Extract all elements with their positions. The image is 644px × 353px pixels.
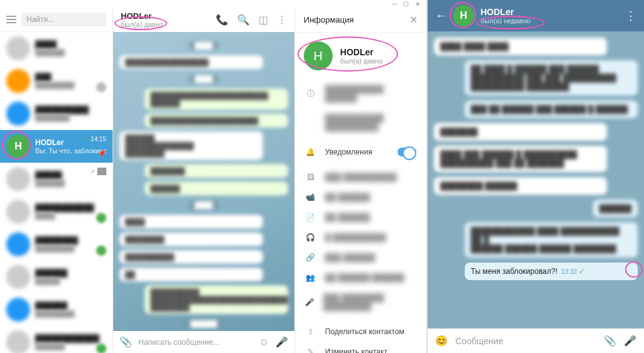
date-chip: ████ [189,200,219,210]
message-bubble-in: █████████████████ [119,55,263,69]
mobile-composer: 😊 Сообщение 📎 🎤 [428,329,644,353]
search-input[interactable]: Найти... [21,13,106,26]
pin-icon: 📌 [97,149,106,158]
double-check-icon: ✓ [83,135,89,143]
chat-list-item[interactable]: ██████████████████ [0,326,113,353]
info-media-files[interactable]: 📄██ ██████ [295,207,426,227]
more-icon[interactable]: ⋮ [625,9,636,23]
highlight-annotation [625,261,643,278]
conversation-contact-status: был(а) давно [121,21,164,28]
mobile-contact-avatar[interactable]: H [453,5,474,26]
window-titlebar: ─ ☐ ✕ [0,0,426,8]
share-icon: ⇪ [305,327,316,336]
window-close-icon[interactable]: ✕ [415,1,420,8]
chat-list: ██████████ ███████████ █████████████████… [0,32,113,353]
message-bubble-out: ███████ [145,164,288,178]
emoji-icon[interactable]: ☺ [259,337,269,348]
hamburger-menu-icon[interactable] [6,16,16,23]
chat-list-item-active[interactable]: H HODLer Вы: Ты что, заблокиров... ✓ 14:… [0,130,113,163]
message-bubble-out: ██████ [145,182,288,195]
info-media-groups[interactable]: 👥██ ██████ ██████ [295,268,426,288]
chat-list-item[interactable]: ███████████✓ ██ [0,163,113,195]
message-bubble-out: ██████████████████████ [145,114,288,128]
chat-time: ✓ 14:15 [83,135,106,143]
info-phone-row[interactable]: ⓘ█████████████████ [295,79,426,108]
info-media-videos[interactable]: 📹██ ██████ [295,187,426,207]
chat-list-item[interactable]: ██████████████ [0,293,113,326]
mobile-bubble-in: ████████ ██████ [434,177,607,195]
single-check-icon: ✓ [579,267,585,276]
info-media-voice[interactable]: 🎤███ ████████ █████████ [295,288,426,317]
chat-list-item[interactable]: ███████████ [0,261,113,293]
chat-list-item[interactable]: ████████████████ [0,228,113,261]
sidebar-toggle-icon[interactable]: ◫ [258,14,268,26]
message-bubble-in: ██████████ [119,250,263,264]
edit-icon: ✎ [305,347,316,353]
message-bubble-out: ████████████████████████████████████████… [145,285,288,314]
voice-icon[interactable]: 🎤 [624,335,636,347]
profile-status: был(а) давно [340,57,383,65]
message-bubble-in: ████████████████████████████ [119,131,263,160]
chat-preview: Вы: Ты что, заблокиров... [35,147,106,155]
date-chip: ████ [189,41,219,50]
date-chip: ██████ [184,319,224,329]
info-icon: ⓘ [305,89,316,99]
mobile-message-text: Ты меня заблокировал?! [471,267,558,276]
info-media-photos[interactable]: 🖼███ ██████████ [295,167,426,187]
mobile-bubble-out: ██████ [593,200,638,217]
bell-icon: 🔔 [305,148,316,156]
mobile-telegram-window: ← H HODLer был(а) недавно ⋮ ████ ████ ██… [428,0,644,353]
share-contact-label: Поделиться контактом [325,327,404,336]
voice-icon[interactable]: 🎤 [275,336,288,348]
info-username-row[interactable]: █████████████████████ [295,108,426,137]
message-bubble-in: ████ [119,215,263,229]
message-bubble-out: ██████████████████████████████ [145,89,288,110]
window-minimize-icon[interactable]: ─ [392,1,397,8]
close-icon[interactable]: ✕ [409,14,418,26]
profile-avatar[interactable]: H [304,41,333,70]
search-icon[interactable]: 🔍 [237,14,250,26]
share-contact-row[interactable]: ⇪Поделиться контактом [295,322,426,342]
info-panel: Информация ✕ H HODLer был(а) давно ⓘ████… [295,8,426,353]
mic-icon: 🎤 [305,298,314,307]
mobile-bubble-in: ████ ███ ██████ █ ████████████████████ █… [434,146,607,172]
window-maximize-icon[interactable]: ☐ [403,1,409,8]
mobile-message-list: ████ ████ ████ ██ ████ █ ██████ ███ ████… [428,31,644,329]
mobile-message-input[interactable]: Сообщение [455,336,596,346]
conversation-header: HODLer был(а) давно 📞 🔍 ◫ ⋮ [113,8,294,32]
image-icon: 🖼 [305,173,316,182]
chat-sidebar: Найти... ██████████ ███████████ ████████… [0,8,113,353]
message-list: ████ █████████████████ ████ ████████████… [113,32,294,331]
message-input[interactable]: Написать сообщение... [138,338,253,347]
chat-list-item[interactable]: ███████████████ [0,195,113,228]
profile-name: HODLer [340,47,383,57]
mobile-header: ← H HODLer был(а) недавно ⋮ [428,0,644,31]
info-media-links[interactable]: 🔗███ ██████ [295,247,426,268]
chat-list-item[interactable]: ███████████ [0,65,113,97]
chat-list-item[interactable]: █████████████████ [0,97,113,130]
conversation-panel: HODLer был(а) давно 📞 🔍 ◫ ⋮ ████ ███████… [113,8,295,353]
mobile-bubble-out: ███ ██ ██████ ███ ██████ █ ██████ [465,100,638,118]
back-arrow-icon[interactable]: ← [435,9,447,23]
attach-icon[interactable]: 📎 [604,335,616,347]
mobile-message-time: 13:32 [561,268,577,275]
chat-list-item[interactable]: ██████████ [0,32,113,65]
desktop-telegram-window: ─ ☐ ✕ Найти... ██████████ ███████████ ██… [0,0,428,353]
attach-icon[interactable]: 📎 [119,336,132,348]
conversation-contact-name: HODLer [121,11,164,21]
call-icon[interactable]: 📞 [216,14,228,26]
headphones-icon: 🎧 [305,233,316,242]
edit-contact-row[interactable]: ✎Изменить контакт [295,342,426,353]
group-icon: 👥 [305,273,316,282]
video-icon: 📹 [305,193,316,202]
edit-contact-label: Изменить контакт [325,347,387,353]
file-icon: 📄 [305,213,316,222]
contact-avatar: H [6,134,30,158]
sticker-icon[interactable]: 😊 [435,335,448,347]
date-chip: ████ [189,74,219,84]
notifications-toggle[interactable] [397,148,416,156]
mobile-bubble-in: ███████ [434,123,607,141]
notifications-row[interactable]: 🔔 Уведомления [295,142,426,162]
more-icon[interactable]: ⋮ [277,14,287,26]
info-media-audio[interactable]: 🎧█ ██████████ [295,227,426,247]
